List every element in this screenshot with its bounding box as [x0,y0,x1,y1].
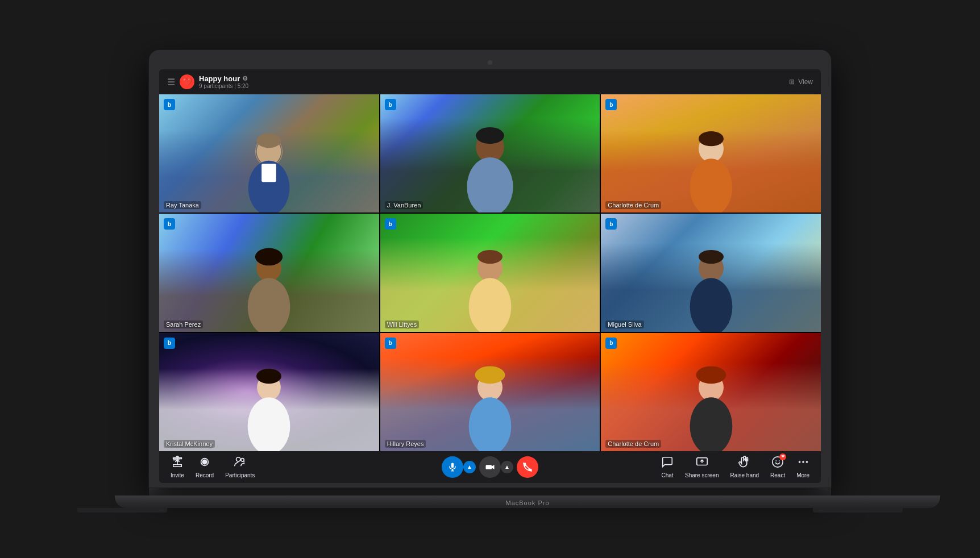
meeting-title: Happy hour ⚙ [199,74,248,83]
person-avatar-9 [654,364,768,451]
toolbar: Invite Record [159,451,821,483]
svg-point-9 [699,131,724,146]
svg-rect-36 [486,465,492,469]
person-avatar-6 [654,244,768,332]
chat-button[interactable]: Chat [661,456,674,478]
toolbar-right-buttons: Chat Share screen [661,456,809,478]
svg-point-16 [469,278,512,331]
toolbar-left: Invite Record [171,456,381,478]
person-avatar-7 [212,364,326,451]
participants-button[interactable]: Participants [225,456,255,478]
invite-button[interactable]: Invite [171,456,184,478]
video-tile-kristal-mckinney[interactable]: b Kristal McKinney [159,333,379,451]
participant-name-2: J. VanBuren [385,201,423,209]
meeting-info: Happy hour ⚙ 9 participants | 5:20 [199,74,248,89]
video-tile-charlotte-1[interactable]: b Charlotte de Crum [601,94,821,213]
screen: ☰ ❤️ Happy hour ⚙ 9 participants | 5:20 … [159,69,821,483]
svg-point-27 [696,366,726,384]
more-icon [797,456,809,471]
person-avatar-4 [212,244,326,332]
svg-point-10 [690,159,732,213]
participants-label: Participants [225,472,255,478]
svg-point-42 [798,461,800,463]
menu-icon[interactable]: ☰ [167,77,175,88]
record-button[interactable]: Record [196,456,214,478]
invite-label: Invite [171,472,184,478]
participants-icon [234,456,246,471]
invite-icon [171,456,184,471]
person-avatar-1 [214,127,324,213]
svg-point-22 [248,397,290,451]
video-tile-sarah-perez[interactable]: b Sarah Perez [159,214,379,332]
svg-point-31 [236,457,240,461]
laptop-hinge [149,488,831,495]
participant-name-8: Hillary Reyes [385,440,426,448]
person-avatar-3 [654,125,768,213]
end-call-button[interactable] [517,456,538,478]
bing-badge-4: b [164,218,175,230]
react-button[interactable]: ❤ React [770,456,785,478]
bing-badge-5: b [385,218,396,230]
video-tile-hillary-reyes[interactable]: b Hillary Reyes [380,333,600,451]
mic-button[interactable] [442,456,463,478]
top-bar-left: ☰ ❤️ Happy hour ⚙ 9 participants | 5:20 [167,74,248,89]
svg-point-2 [257,134,281,148]
react-label: React [770,472,785,478]
svg-rect-4 [262,164,277,182]
laptop-bezel: ☰ ❤️ Happy hour ⚙ 9 participants | 5:20 … [149,50,831,488]
laptop-wrapper: ☰ ❤️ Happy hour ⚙ 9 participants | 5:20 … [149,50,831,508]
svg-point-25 [469,397,512,451]
meeting-emoji: ❤️ [180,74,194,89]
share-screen-label: Share screen [685,472,719,478]
svg-rect-33 [451,463,454,468]
video-tile-charlotte-2[interactable]: b Charlotte de Crum [601,333,821,451]
video-tile-miguel-silva[interactable]: b Miguel Silva [601,214,821,332]
toolbar-center: ▲ ▲ [385,456,596,478]
toolbar-left-buttons: Invite Record [171,456,255,478]
svg-point-43 [802,461,804,463]
svg-point-28 [690,397,732,451]
bing-badge-1: b [164,99,175,110]
participant-name-7: Kristal McKinney [164,440,215,448]
view-grid-icon: ⊞ [789,78,795,86]
more-label: More [796,472,809,478]
svg-point-6 [476,127,504,144]
svg-point-44 [805,461,808,463]
record-label: Record [196,472,214,478]
video-tile-ray-tanaka[interactable]: b Ray Tanaka [159,94,379,213]
svg-point-21 [256,369,281,384]
participant-name-6: Miguel Silva [605,320,643,328]
bing-badge-9: b [605,338,617,349]
chat-label: Chat [661,472,673,478]
person-avatar-2 [430,123,551,213]
participant-name-5: Will Littyes [385,320,420,328]
share-screen-button[interactable]: Share screen [685,456,719,478]
chat-icon [661,456,674,471]
camera-button[interactable] [479,456,501,478]
gear-icon[interactable]: ⚙ [242,75,248,82]
laptop-foot-right [813,508,903,513]
share-screen-icon [696,456,708,471]
svg-point-24 [475,366,505,384]
raise-hand-button[interactable]: Raise hand [730,456,759,478]
camera-chevron-button[interactable]: ▲ [501,461,513,473]
view-button[interactable]: ⊞ View [789,78,813,86]
laptop-base: MacBook Pro [115,495,940,508]
video-grid: b Ray Tanaka b J. VanBuren [159,94,821,451]
top-bar: ☰ ❤️ Happy hour ⚙ 9 participants | 5:20 … [159,69,821,94]
mic-chevron-button[interactable]: ▲ [463,461,476,473]
raise-hand-icon [738,456,751,471]
more-button[interactable]: More [796,456,809,478]
video-tile-j-vanburen[interactable]: b J. VanBuren [380,94,600,213]
laptop-foot-left [77,508,167,513]
bing-badge-2: b [385,99,396,110]
svg-point-30 [202,460,206,464]
bing-badge-6: b [605,218,617,230]
person-avatar-5 [433,244,547,332]
svg-point-12 [255,248,283,266]
meeting-meta: 9 participants | 5:20 [199,83,248,89]
svg-point-13 [248,278,290,331]
video-tile-will-littyes[interactable]: b Will Littyes [380,214,600,332]
person-avatar-8 [433,364,547,451]
bing-badge-8: b [385,338,396,349]
